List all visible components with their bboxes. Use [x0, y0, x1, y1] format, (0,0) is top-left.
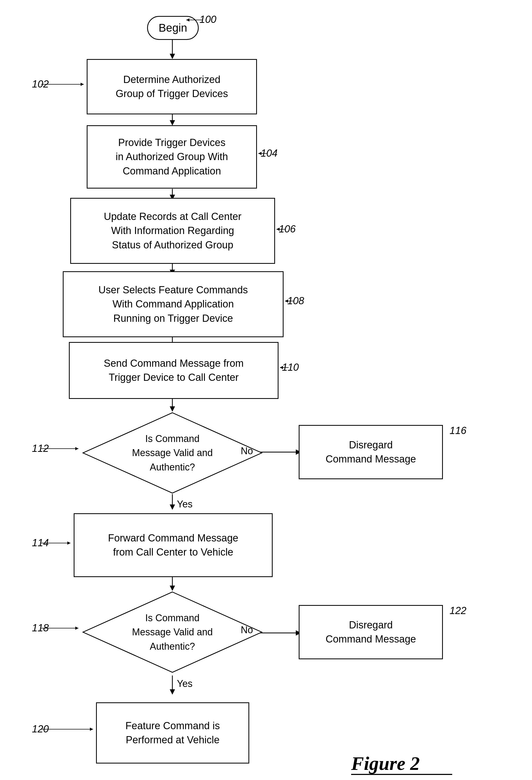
node-110: Send Command Message from Trigger Device… [69, 342, 279, 399]
svg-marker-33 [280, 366, 283, 369]
svg-marker-11 [170, 406, 175, 412]
node-102: Determine Authorized Group of Trigger De… [87, 59, 257, 114]
arrow-102 [41, 80, 89, 88]
svg-marker-17 [170, 586, 175, 591]
node-104: Provide Trigger Devices in Authorized Gr… [87, 125, 257, 189]
node-114: Forward Command Message from Call Center… [74, 513, 273, 577]
node-106-text: Update Records at Call Center With Infor… [70, 198, 275, 264]
diamond-118-text: Is Command Message Valid and Authentic? [129, 608, 215, 656]
svg-marker-31 [285, 299, 288, 303]
node-110-text: Send Command Message from Trigger Device… [69, 342, 279, 399]
arrow-112 [41, 445, 84, 453]
node-102-text: Determine Authorized Group of Trigger De… [87, 59, 257, 114]
node-122-text: Disregard Command Message [299, 605, 443, 659]
node-122: Disregard Command Message [299, 605, 443, 659]
svg-marker-44 [90, 728, 93, 731]
svg-marker-25 [81, 83, 84, 86]
node-106: Update Records at Call Center With Infor… [70, 198, 275, 264]
arrow-100 [184, 15, 205, 25]
svg-marker-1 [170, 54, 175, 59]
svg-marker-36 [75, 447, 79, 450]
svg-marker-27 [258, 152, 261, 155]
node-108: User Selects Feature Commands With Comma… [63, 271, 284, 337]
arrow-104 [257, 149, 268, 157]
figure-underline [351, 774, 452, 775]
diagram-container: Begin 100 Determine Authorized Group of … [0, 0, 532, 780]
svg-marker-3 [170, 120, 175, 126]
arrow-108 [284, 297, 294, 305]
arrow-118 [41, 624, 84, 632]
figure-label: Figure 2 [351, 752, 420, 775]
svg-marker-21 [170, 689, 175, 695]
yes-label-1: Yes [177, 499, 193, 510]
svg-marker-39 [67, 541, 70, 545]
arrow-106 [275, 225, 286, 233]
no-label-2: No [241, 624, 253, 636]
node-120-text: Feature Command is Performed at Vehicle [96, 702, 249, 764]
node-108-text: User Selects Feature Commands With Comma… [63, 271, 284, 337]
svg-marker-15 [170, 504, 175, 510]
label-122: 122 [449, 605, 466, 617]
diamond-112: Is Command Message Valid and Authentic? [82, 412, 263, 494]
svg-marker-42 [75, 627, 79, 630]
arrow-110 [279, 363, 289, 372]
node-114-text: Forward Command Message from Call Center… [74, 513, 273, 577]
no-label-1: No [241, 445, 253, 456]
svg-marker-29 [276, 228, 280, 231]
arrow-120 [41, 725, 98, 733]
node-116-text: Disregard Command Message [299, 425, 443, 479]
node-120: Feature Command is Performed at Vehicle [96, 702, 249, 764]
diamond-118: Is Command Message Valid and Authentic? [82, 591, 263, 673]
svg-marker-23 [186, 18, 189, 21]
diamond-112-text: Is Command Message Valid and Authentic? [129, 429, 215, 477]
arrow-114 [41, 539, 76, 547]
arrow-116 [447, 423, 457, 431]
node-104-text: Provide Trigger Devices in Authorized Gr… [87, 125, 257, 189]
yes-label-2: Yes [177, 678, 193, 689]
node-116: Disregard Command Message [299, 425, 443, 479]
